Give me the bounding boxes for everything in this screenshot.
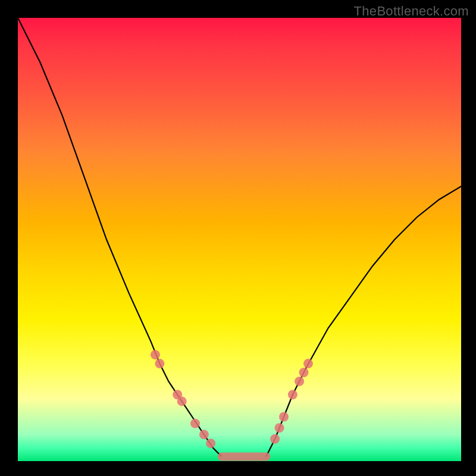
left-marker-dot — [151, 350, 160, 359]
right-marker-dot — [299, 368, 309, 377]
markers-group — [151, 350, 313, 448]
right-marker-dot — [288, 390, 298, 399]
curves-group — [18, 18, 461, 457]
right-marker-dot — [295, 377, 304, 386]
left-marker-dot — [206, 439, 215, 448]
right-marker-dot — [303, 359, 313, 368]
right-marker-dot — [270, 434, 280, 444]
left-curve — [18, 18, 222, 457]
watermark-text: TheBottleneck.com — [354, 4, 469, 19]
right-curve — [266, 186, 461, 456]
right-marker-dot — [279, 412, 289, 422]
chart-svg — [18, 18, 461, 461]
left-marker-dot — [177, 396, 187, 406]
left-marker-dot — [199, 430, 209, 439]
left-marker-dot — [155, 359, 164, 368]
left-marker-dot — [190, 419, 200, 428]
right-marker-dot — [275, 423, 284, 433]
chart-plot-area — [18, 18, 461, 461]
